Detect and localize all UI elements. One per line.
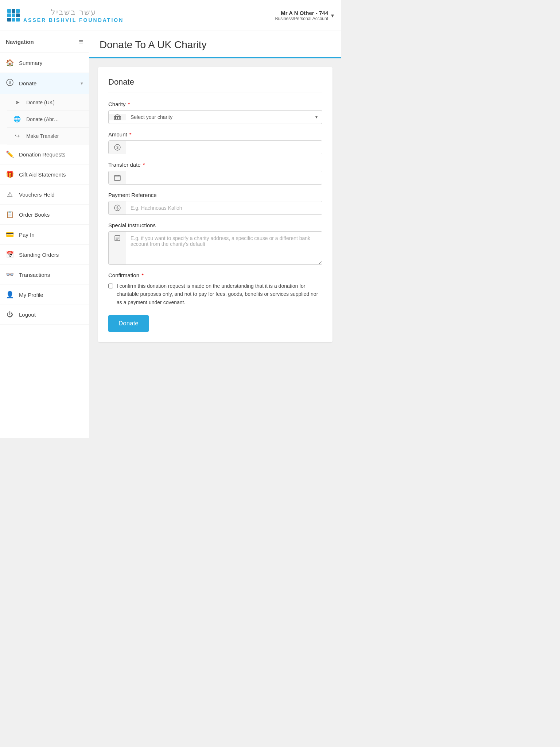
- transfer-date-required: *: [141, 162, 145, 168]
- charity-label: Charity *: [108, 101, 322, 107]
- logo-grid-icon: [7, 9, 20, 22]
- svg-rect-9: [114, 175, 120, 181]
- calendar-input-icon: [109, 171, 126, 184]
- charity-required: *: [127, 101, 130, 107]
- payment-reference-label: Payment Reference: [108, 192, 322, 198]
- page-title-bar: Donate To A UK Charity: [89, 31, 341, 58]
- sidebar-item-summary[interactable]: 🏠 Summary: [0, 53, 89, 73]
- sidebar-item-my-profile[interactable]: 👤 My Profile: [0, 285, 89, 305]
- user-name: Mr A N Other - 744: [275, 10, 328, 16]
- special-instructions-label: Special Instructions: [108, 222, 322, 228]
- home-icon: 🏠: [6, 59, 14, 67]
- sidebar-label-donation-requests: Donation Requests: [19, 151, 66, 158]
- sidebar-item-vouchers[interactable]: ⚠ Vouchers Held: [0, 185, 89, 205]
- svg-rect-4: [115, 117, 116, 119]
- sidebar-item-make-transfer[interactable]: ↪ Make Transfer: [7, 128, 89, 144]
- sidebar-header: Navigation ≡: [0, 31, 89, 53]
- svg-text:$: $: [116, 146, 118, 150]
- confirmation-checkbox[interactable]: [108, 283, 113, 289]
- sidebar-item-donate[interactable]: $ Donate ▾: [0, 73, 89, 94]
- form-section-title: Donate: [108, 77, 322, 93]
- sidebar-item-standing-orders[interactable]: 📅 Standing Orders: [0, 245, 89, 265]
- logo-hebrew: עשר בשביל: [51, 8, 97, 17]
- card-icon: 💳: [6, 231, 14, 239]
- sidebar-label-my-profile: My Profile: [19, 292, 43, 298]
- chevron-icon: ▾: [81, 81, 83, 86]
- amount-group: Amount * $: [108, 131, 322, 154]
- main-content: Donate To A UK Charity Donate Charity *: [89, 31, 341, 438]
- transfer-date-label: Transfer date *: [108, 162, 322, 168]
- profile-icon: 👤: [6, 291, 14, 299]
- user-menu[interactable]: Mr A N Other - 744 Business/Personal Acc…: [275, 10, 334, 21]
- sidebar-item-donate-abr[interactable]: 🌐 Donate (Abr…: [7, 111, 89, 128]
- confirmation-section: Confirmation * I confirm this donation r…: [108, 272, 322, 306]
- logout-icon: ⏻: [6, 311, 14, 318]
- sidebar: Navigation ≡ 🏠 Summary $ Donate ▾ ➤ Dona…: [0, 31, 89, 438]
- sidebar-label-summary: Summary: [19, 60, 42, 66]
- special-instructions-group: Special Instructions: [108, 222, 322, 265]
- donate-button[interactable]: Donate: [108, 315, 149, 332]
- sidebar-label-standing-orders: Standing Orders: [19, 252, 59, 258]
- chevron-down-icon: ▾: [331, 12, 334, 19]
- calendar-icon: 📅: [6, 251, 14, 259]
- transactions-icon: 👓: [6, 271, 14, 279]
- transfer-date-input[interactable]: [126, 171, 322, 184]
- sidebar-label-donate-abr: Donate (Abr…: [26, 116, 59, 122]
- edit-icon: ✏️: [6, 150, 14, 158]
- amount-required: *: [128, 131, 132, 138]
- sidebar-item-donation-requests[interactable]: ✏️ Donation Requests: [0, 144, 89, 165]
- textarea-icon: [109, 232, 126, 264]
- form-card: Donate Charity *: [98, 67, 332, 342]
- sidebar-label-make-transfer: Make Transfer: [26, 133, 59, 139]
- sidebar-item-logout[interactable]: ⏻ Logout: [0, 305, 89, 325]
- transfer-icon: ↪: [13, 132, 21, 139]
- sidebar-label-gift-aid: Gift Aid Statements: [19, 171, 66, 178]
- sidebar-item-gift-aid[interactable]: 🎁 Gift Aid Statements: [0, 165, 89, 185]
- donate-uk-icon: ➤: [13, 99, 21, 106]
- svg-text:$: $: [9, 80, 11, 85]
- sidebar-item-pay-in[interactable]: 💳 Pay In: [0, 225, 89, 245]
- amount-input-group: $: [108, 140, 322, 154]
- payment-reference-input[interactable]: [126, 201, 322, 214]
- sidebar-label-order-books: Order Books: [19, 212, 50, 218]
- amount-icon: $: [109, 141, 126, 154]
- logo-area: עשר בשביל ASSER BISHVIL FOUNDATION: [7, 8, 124, 23]
- user-account: Business/Personal Account: [275, 16, 328, 21]
- svg-rect-5: [117, 117, 118, 119]
- sidebar-nav-label: Navigation: [6, 39, 34, 45]
- content-body: Donate Charity *: [89, 58, 341, 351]
- transfer-date-input-group: [108, 171, 322, 185]
- bank-icon: [109, 114, 126, 120]
- payment-reference-group: Payment Reference $: [108, 192, 322, 215]
- charity-select-text: Select your charity: [126, 111, 311, 124]
- payment-reference-input-group: $: [108, 201, 322, 215]
- donate-icon: $: [6, 79, 14, 88]
- svg-text:$: $: [116, 206, 118, 210]
- confirmation-check: I confirm this donation request is made …: [108, 282, 322, 306]
- sidebar-item-order-books[interactable]: 📋 Order Books: [0, 205, 89, 225]
- orderbook-icon: 📋: [6, 210, 14, 218]
- sidebar-label-vouchers: Vouchers Held: [19, 191, 55, 198]
- main-layout: Navigation ≡ 🏠 Summary $ Donate ▾ ➤ Dona…: [0, 31, 341, 438]
- transfer-date-group: Transfer date *: [108, 162, 322, 185]
- sidebar-sub-menu: ➤ Donate (UK) 🌐 Donate (Abr… ↪ Make Tran…: [0, 94, 89, 144]
- special-instructions-input[interactable]: [126, 232, 322, 264]
- sidebar-item-donate-uk[interactable]: ➤ Donate (UK): [7, 94, 89, 111]
- amount-input[interactable]: [126, 141, 322, 154]
- sidebar-item-transactions[interactable]: 👓 Transactions: [0, 265, 89, 285]
- confirmation-text: I confirm this donation request is made …: [117, 282, 322, 306]
- hamburger-icon[interactable]: ≡: [79, 38, 83, 46]
- logo-text: עשר בשביל ASSER BISHVIL FOUNDATION: [23, 8, 124, 23]
- sidebar-label-logout: Logout: [19, 311, 36, 318]
- payment-ref-icon: $: [109, 201, 126, 214]
- amount-label: Amount *: [108, 131, 322, 138]
- sidebar-label-pay-in: Pay In: [19, 232, 35, 238]
- sidebar-label-donate: Donate: [19, 80, 36, 86]
- sidebar-label-transactions: Transactions: [19, 272, 50, 278]
- confirmation-label: Confirmation *: [108, 272, 322, 278]
- warning-icon: ⚠: [6, 190, 14, 198]
- logo-english: ASSER BISHVIL FOUNDATION: [23, 17, 124, 23]
- charity-select[interactable]: Select your charity ▾: [108, 110, 322, 124]
- svg-marker-3: [114, 114, 120, 116]
- svg-rect-6: [119, 117, 120, 119]
